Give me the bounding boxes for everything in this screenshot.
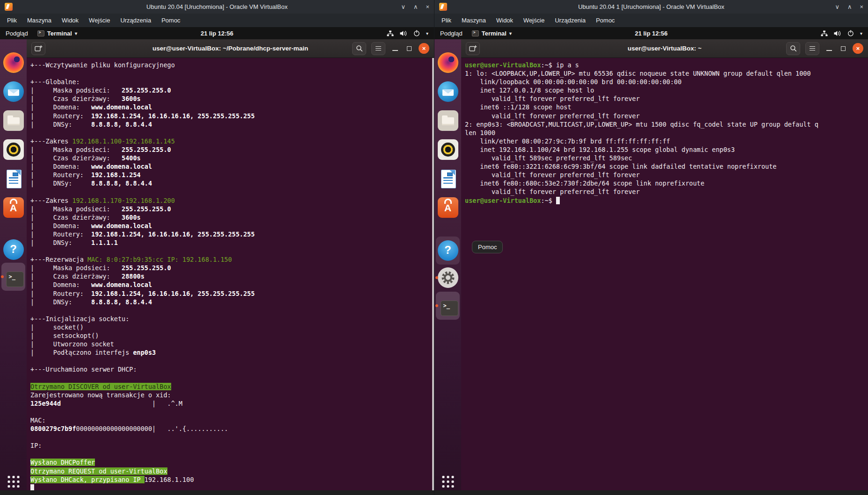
terminal-line: +---Inicjalizacja socketu:: [30, 315, 434, 323]
terminal-headerbar[interactable]: user@user-VirtualBox: ~/Pobrane/dhcp-ser…: [27, 39, 434, 58]
show-applications-button[interactable]: [442, 476, 454, 488]
menu-button[interactable]: [371, 42, 385, 55]
gnome-terminal-window: user@user-VirtualBox: ~: [461, 39, 868, 495]
terminal-line: | Czas dzierżawy: 3600s: [30, 94, 434, 103]
menu-wejscie[interactable]: Wejście: [84, 14, 115, 27]
power-icon: [413, 30, 420, 36]
menu-widok[interactable]: Widok: [491, 14, 518, 27]
terminal-line: [30, 306, 434, 315]
network-tree-icon: [387, 30, 394, 36]
topbar-clock[interactable]: 21 lip 12:56: [434, 30, 868, 37]
help-icon: ?: [438, 240, 458, 261]
dock-item-terminal[interactable]: >_: [436, 292, 460, 320]
chevron-down-icon: ▾: [860, 31, 862, 36]
menu-plik[interactable]: Plik: [2, 14, 22, 27]
terminal-line: [30, 187, 434, 196]
dock-item-terminal[interactable]: >_: [1, 263, 25, 291]
thunderbird-icon: [3, 81, 24, 102]
window-title: Ubuntu 20.04 [Uruchomiona] - Oracle VM V…: [0, 3, 434, 10]
titlebar[interactable]: Ubuntu 20.04 1 [Uruchomiona] - Oracle VM…: [434, 0, 868, 14]
menu-maszyna[interactable]: Maszyna: [22, 14, 57, 27]
terminal-minimize-button[interactable]: [392, 50, 398, 51]
terminal-line: valid_lft forever preferred_lft forever: [465, 94, 868, 103]
menu-button[interactable]: [805, 42, 819, 55]
menu-widok[interactable]: Widok: [57, 14, 84, 27]
dock-item-thunderbird[interactable]: [1, 79, 25, 105]
terminal-line: | DNSy: 8.8.8.8, 8.8.4.4: [30, 120, 434, 129]
terminal-line: 0800279c7b9f00000000000000000000| ..'.{.…: [30, 424, 434, 433]
topbar-clock[interactable]: 21 lip 12:56: [0, 30, 434, 37]
dock-item-libreoffice-writer[interactable]: [1, 165, 25, 192]
vm-screen: user@user-VirtualBox: ~: [434, 39, 868, 495]
search-button[interactable]: [786, 42, 800, 55]
dock-item-help[interactable]: ?: [1, 237, 25, 263]
dock-item-firefox[interactable]: [1, 50, 25, 76]
menu-urzadzenia[interactable]: Urządzenia: [550, 14, 591, 27]
virtualbox-statusbar: [0, 490, 434, 495]
terminal-line: | Routery: 192.168.1.254, 16.16.16.16, 2…: [30, 112, 434, 120]
minimize-window-button[interactable]: ∨: [401, 4, 405, 10]
terminal-screen[interactable]: +---Wczytywanie pliku konfiguracyjnego +…: [27, 58, 434, 495]
terminal-line: | Maska podsieci: 255.255.255.0: [30, 145, 434, 154]
firefox-icon: [3, 52, 24, 73]
terminal-line: valid_lft forever preferred_lft forever: [465, 187, 868, 196]
menu-plik[interactable]: Plik: [436, 14, 456, 27]
dock-item-files[interactable]: [1, 108, 25, 134]
titlebar[interactable]: Ubuntu 20.04 [Uruchomiona] - Oracle VM V…: [0, 0, 434, 14]
terminal-line: valid_lft forever preferred_lft forever: [465, 171, 868, 179]
terminal-line: | DNSy: 8.8.8.8, 8.8.4.4: [30, 298, 434, 306]
ubuntu-dock: A?>_: [434, 39, 461, 495]
search-icon: [790, 45, 797, 52]
menu-urzadzenia[interactable]: Urządzenia: [115, 14, 156, 27]
minimize-window-button[interactable]: ∨: [835, 4, 839, 10]
files-icon: [438, 110, 458, 131]
volume-icon: [400, 30, 407, 36]
dock-item-ubuntu-software[interactable]: A: [1, 194, 25, 221]
dock-item-help[interactable]: ?: [436, 237, 460, 265]
dock-item-thunderbird[interactable]: [436, 79, 460, 105]
menu-maszyna[interactable]: Maszyna: [456, 14, 491, 27]
terminal-minimize-button[interactable]: [826, 50, 832, 51]
terminal-line: 125e944d | .^.M: [30, 399, 434, 408]
terminal-line: inet 127.0.0.1/8 scope host lo: [465, 86, 868, 94]
terminal-line: +---Wczytywanie pliku konfiguracyjnego: [30, 61, 434, 69]
settings-icon: [438, 267, 458, 288]
menu-pomoc[interactable]: Pomoc: [591, 14, 620, 27]
terminal-close-button[interactable]: ×: [853, 43, 863, 54]
terminal-close-button[interactable]: ×: [419, 43, 429, 54]
hamburger-icon: [810, 46, 815, 51]
system-status-area[interactable]: ▾: [387, 30, 434, 36]
dock-item-rhythmbox[interactable]: [436, 136, 460, 163]
rhythmbox-icon: [438, 139, 458, 160]
dock-item-ubuntu-software[interactable]: A: [436, 194, 460, 221]
dock-item-firefox[interactable]: [436, 50, 460, 76]
menu-pomoc[interactable]: Pomoc: [156, 14, 185, 27]
terminal-line: [30, 357, 434, 365]
terminal-line: | Domena: www.domena.local: [30, 222, 434, 230]
terminal-line: Wysłano DHCPoffer: [30, 458, 434, 466]
maximize-window-button[interactable]: ∧: [413, 4, 418, 10]
system-status-area[interactable]: ▾: [821, 30, 868, 36]
terminal-line: [30, 129, 434, 137]
ubuntu-software-icon: A: [438, 197, 458, 218]
gnome-topbar: Podgląd Terminal ▾ 21 lip 12:56: [0, 27, 434, 39]
terminal-restore-button[interactable]: [407, 46, 412, 51]
close-window-button[interactable]: ×: [426, 4, 429, 10]
dock-item-files[interactable]: [436, 108, 460, 134]
menu-wejscie[interactable]: Wejście: [518, 14, 550, 27]
search-button[interactable]: [352, 42, 366, 55]
show-applications-button[interactable]: [7, 476, 19, 488]
terminal-line: | Utworzono socket: [30, 340, 434, 348]
terminal-line: link/loopback 00:00:00:00:00:00 brd 00:0…: [465, 78, 868, 86]
terminal-restore-button[interactable]: [841, 46, 846, 51]
dock-item-libreoffice-writer[interactable]: [436, 165, 460, 192]
close-window-button[interactable]: ×: [860, 4, 863, 10]
terminal-headerbar[interactable]: user@user-VirtualBox: ~: [461, 39, 868, 58]
maximize-window-button[interactable]: ∧: [847, 4, 852, 10]
dock-tooltip: Pomoc: [472, 241, 503, 253]
terminal-screen[interactable]: user@user-VirtualBox:~$ ip a s1: lo: <LO…: [461, 58, 868, 495]
dock-item-settings[interactable]: [436, 265, 460, 291]
terminal-line: inet6 fe80::3221:6268:6c99:3bf/64 scope …: [465, 162, 868, 171]
terminal-line: IP:: [30, 441, 434, 450]
dock-item-rhythmbox[interactable]: [1, 136, 25, 163]
